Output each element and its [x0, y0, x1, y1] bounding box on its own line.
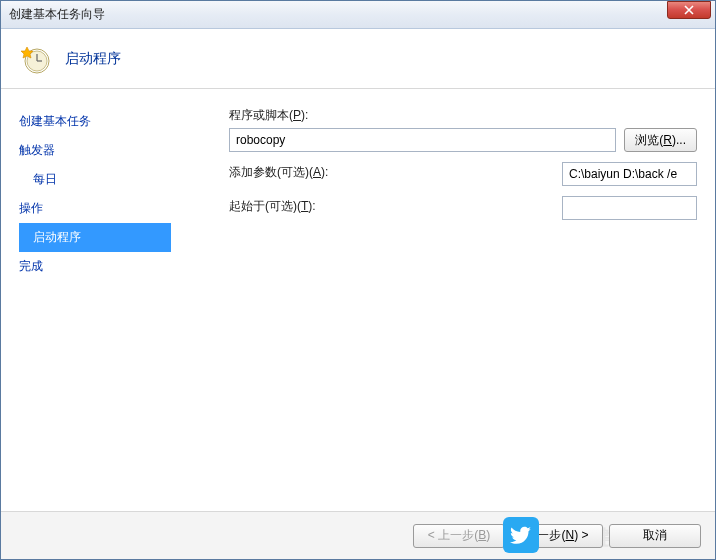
wizard-body: 创建基本任务 触发器 每日 操作 启动程序 完成 程序或脚本(P): 浏览(R)… [1, 89, 715, 511]
cancel-button[interactable]: 取消 [609, 524, 701, 548]
args-input[interactable] [562, 162, 697, 186]
start-program-icon [19, 43, 51, 75]
program-input[interactable] [229, 128, 616, 152]
bird-badge-icon [503, 517, 539, 553]
close-icon [684, 5, 694, 15]
sidebar-item-action[interactable]: 操作 [19, 194, 201, 223]
program-label: 程序或脚本(P): [229, 107, 697, 124]
sidebar-item-trigger[interactable]: 触发器 [19, 136, 201, 165]
startin-input[interactable] [562, 196, 697, 220]
back-button[interactable]: < 上一步(B) [413, 524, 505, 548]
browse-button[interactable]: 浏览(R)... [624, 128, 697, 152]
main-panel: 程序或脚本(P): 浏览(R)... 添加参数(可选)(A): 起始于(可选)(… [201, 89, 715, 511]
window-title: 创建基本任务向导 [9, 6, 667, 23]
sidebar: 创建基本任务 触发器 每日 操作 启动程序 完成 [1, 89, 201, 511]
sidebar-item-start-program[interactable]: 启动程序 [19, 223, 171, 252]
sidebar-item-create-task[interactable]: 创建基本任务 [19, 107, 201, 136]
startin-label: 起始于(可选)(T): [229, 198, 316, 215]
sidebar-item-trigger-daily[interactable]: 每日 [19, 165, 201, 194]
close-button[interactable] [667, 1, 711, 19]
args-label: 添加参数(可选)(A): [229, 164, 328, 181]
titlebar: 创建基本任务向导 [1, 1, 715, 29]
args-block: 添加参数(可选)(A): 起始于(可选)(T): [229, 162, 697, 220]
wizard-window: 创建基本任务向导 启动程序 创建基本任务 触发器 每日 操作 启动程序 完成 [0, 0, 716, 560]
wizard-header: 启动程序 [1, 29, 715, 89]
page-title: 启动程序 [65, 50, 121, 68]
sidebar-item-finish[interactable]: 完成 [19, 252, 201, 281]
program-row: 浏览(R)... [229, 128, 697, 152]
args-row: 添加参数(可选)(A): [229, 162, 697, 186]
startin-row: 起始于(可选)(T): [229, 196, 697, 220]
footer: 白云一键重装系统 < 上一步(B) 下一步(N) > 取消 [1, 511, 715, 559]
